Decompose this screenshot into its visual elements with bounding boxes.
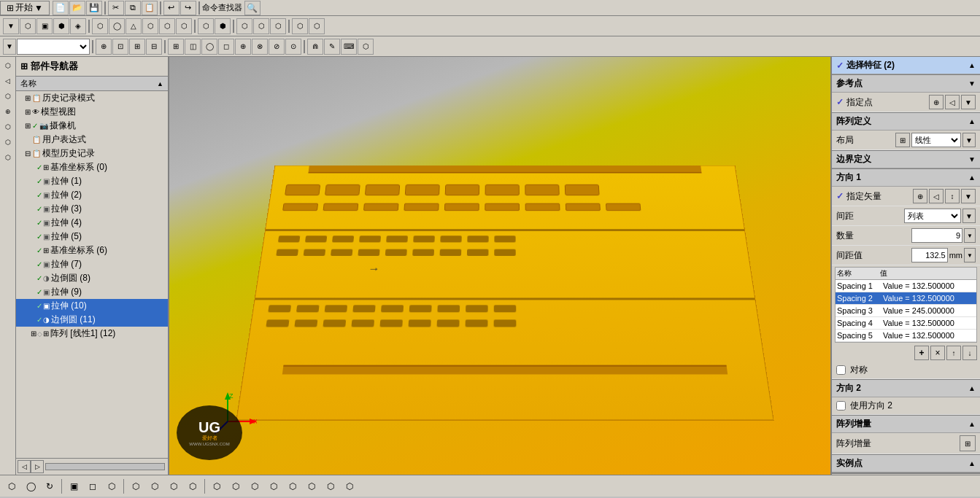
nav-item-ext1[interactable]: ✓ ▣ 拉伸 (1): [16, 174, 168, 188]
toolbar-btn-paste[interactable]: 📋: [142, 1, 158, 15]
tb3-btn5[interactable]: ⊞: [168, 39, 184, 55]
spacing-down-btn[interactable]: ↓: [962, 346, 977, 360]
tb3-btn3[interactable]: ⊞: [129, 39, 145, 55]
dir1-header[interactable]: 方向 1 ▲: [832, 169, 980, 187]
bottom-btn11[interactable]: ⬡: [208, 478, 225, 495]
spacing-up-btn[interactable]: ↑: [946, 346, 961, 360]
spacing-row-1[interactable]: Spacing 1 Value = 132.500000: [836, 280, 976, 292]
toolbar-btn-cut[interactable]: ✂: [108, 1, 124, 15]
side-icon-7[interactable]: ⬡: [1, 150, 15, 165]
nav-item-ext2[interactable]: ✓ ▣ 拉伸 (2): [16, 188, 168, 202]
tb3-dropdown-arrow[interactable]: ▼: [3, 39, 16, 55]
tb2-btn15[interactable]: ⬡: [253, 18, 269, 34]
toolbar-btn-copy[interactable]: ⧉: [125, 1, 141, 15]
symmetric-checkbox[interactable]: [836, 365, 846, 375]
select-feature-header[interactable]: ✓ 选择特征 (2) ▲: [832, 57, 980, 74]
spacing-dropdown-arrow[interactable]: ▼: [962, 209, 976, 223]
side-icon-3[interactable]: ⬡: [1, 89, 15, 104]
bottom-btn5[interactable]: ◻: [84, 478, 101, 495]
bottom-btn16[interactable]: ⬡: [303, 478, 320, 495]
tb2-btn16[interactable]: ⬡: [270, 18, 286, 34]
tb2-btn14[interactable]: ⬡: [236, 18, 252, 34]
tb3-btn12[interactable]: ⊙: [285, 39, 301, 55]
nav-item-user-expr[interactable]: 📋 用户表达式: [16, 133, 168, 147]
tb3-btn15[interactable]: ⌨: [341, 39, 357, 55]
array-inc-header[interactable]: 阵列增量 ▲: [832, 416, 980, 433]
nav-item-model-view[interactable]: ⊞ 👁 模型视图: [16, 105, 168, 119]
tb3-btn10[interactable]: ⊗: [252, 39, 268, 55]
viewport[interactable]: →: [169, 57, 830, 475]
count-spinner[interactable]: ▼: [964, 228, 976, 243]
specify-point-btn2[interactable]: ◁: [945, 95, 960, 109]
vector-btn4[interactable]: ▼: [961, 189, 976, 203]
tb3-btn6[interactable]: ◫: [185, 39, 201, 55]
side-icon-2[interactable]: ◁: [1, 74, 15, 88]
tb2-btn10[interactable]: ⬡: [159, 18, 175, 34]
toolbar-btn-save[interactable]: 💾: [86, 1, 102, 15]
nav-item-camera[interactable]: ⊞ ✓ 📷 摄像机: [16, 119, 168, 133]
bottom-btn2[interactable]: ◯: [22, 478, 39, 495]
use-dir2-checkbox[interactable]: [836, 401, 846, 411]
tb3-btn4[interactable]: ⊟: [146, 39, 162, 55]
toolbar-btn-redo[interactable]: ↪: [180, 1, 196, 15]
spacing-row-4[interactable]: Spacing 4 Value = 132.500000: [836, 317, 976, 330]
tb3-btn16[interactable]: ⬡: [358, 39, 374, 55]
tb3-btn11[interactable]: ⊘: [269, 39, 285, 55]
nav-item-array12[interactable]: ⊞ ◇ ⊞ 阵列 [线性1] (12): [16, 327, 168, 341]
tb2-btn18[interactable]: ⬡: [309, 18, 325, 34]
vector-btn2[interactable]: ◁: [929, 189, 944, 203]
nav-item-base0[interactable]: ✓ ⊞ 基准坐标系 (0): [16, 160, 168, 174]
bottom-btn12[interactable]: ⬡: [227, 478, 244, 495]
tb2-btn3[interactable]: ▣: [36, 18, 53, 34]
tb3-btn7[interactable]: ◯: [201, 39, 217, 55]
nav-item-ext10[interactable]: ✓ ▣ 拉伸 (10): [16, 299, 168, 313]
spacing-dropdown[interactable]: 列表: [904, 209, 961, 223]
start-button[interactable]: ⊞ 开始 ▼: [0, 1, 50, 15]
toolbar-btn-new[interactable]: 📄: [53, 1, 69, 15]
dir2-header[interactable]: 方向 2 ▲: [832, 380, 980, 397]
bottom-btn9[interactable]: ⬡: [165, 478, 182, 495]
tb2-btn4[interactable]: ⬢: [53, 18, 69, 34]
toolbar-btn-open[interactable]: 📂: [69, 1, 85, 15]
command-finder-btn[interactable]: 🔍: [244, 1, 261, 15]
tb2-btn6[interactable]: ⬡: [92, 18, 108, 34]
nav-item-fillet8[interactable]: ✓ ◑ 边倒圆 (8): [16, 271, 168, 285]
tb3-btn9[interactable]: ⊕: [235, 39, 251, 55]
side-icon-1[interactable]: ⬡: [1, 58, 15, 73]
nav-item-ext9[interactable]: ✓ ▣ 拉伸 (9): [16, 285, 168, 299]
tb2-btn11[interactable]: ⬡: [176, 18, 192, 34]
bottom-btn10[interactable]: ⬡: [184, 478, 201, 495]
bottom-btn7[interactable]: ⬡: [127, 478, 144, 495]
bottom-btn13[interactable]: ⬡: [246, 478, 263, 495]
vector-btn3[interactable]: ↕: [945, 189, 960, 203]
tb2-btn2[interactable]: ⬡: [20, 18, 36, 34]
count-input[interactable]: [911, 228, 962, 243]
tb2-btn8[interactable]: △: [126, 18, 142, 34]
nav-item-fillet11[interactable]: ✓ ◑ 边倒圆 (11): [16, 313, 168, 327]
array-def-header[interactable]: 阵列定义 ▲: [832, 113, 980, 131]
workpiece-dropdown[interactable]: 假设工件部件向: [17, 39, 90, 55]
tb2-btn7[interactable]: ◯: [109, 18, 125, 34]
bottom-btn4[interactable]: ▣: [65, 478, 82, 495]
nav-item-ext5[interactable]: ✓ ▣ 拉伸 (5): [16, 230, 168, 244]
spacing-add-btn[interactable]: +: [914, 346, 929, 360]
bottom-btn14[interactable]: ⬡: [265, 478, 282, 495]
nav-bottom-scroll[interactable]: [45, 463, 165, 470]
tb2-btn17[interactable]: ⬡: [292, 18, 308, 34]
layout-dropdown-arrow[interactable]: ▼: [962, 133, 976, 147]
tb3-btn13[interactable]: ⋒: [307, 39, 323, 55]
bottom-btn17[interactable]: ⬡: [322, 478, 339, 495]
boundary-def-header[interactable]: 边界定义 ▼: [832, 151, 980, 168]
nav-item-model-hist[interactable]: ⊟ 📋 模型历史记录: [16, 147, 168, 160]
bottom-btn3[interactable]: ↻: [41, 478, 58, 495]
nav-bottom-btn1[interactable]: ◁: [18, 460, 31, 473]
spacing-row-2[interactable]: Spacing 2 Value = 132.500000: [836, 292, 976, 305]
nav-item-ext3[interactable]: ✓ ▣ 拉伸 (3): [16, 202, 168, 216]
instance-pt-header[interactable]: 实例点 ▲: [832, 455, 980, 472]
nav-item-history[interactable]: ⊞ 📋 历史记录模式: [16, 91, 168, 105]
specify-point-dropdown[interactable]: ▼: [961, 95, 976, 109]
spacing-remove-btn[interactable]: ×: [930, 346, 945, 360]
toolbar-btn-undo[interactable]: ↩: [163, 1, 180, 15]
nav-item-ext7[interactable]: ✓ ▣ 拉伸 (7): [16, 257, 168, 271]
vector-btn1[interactable]: ⊕: [913, 189, 927, 203]
